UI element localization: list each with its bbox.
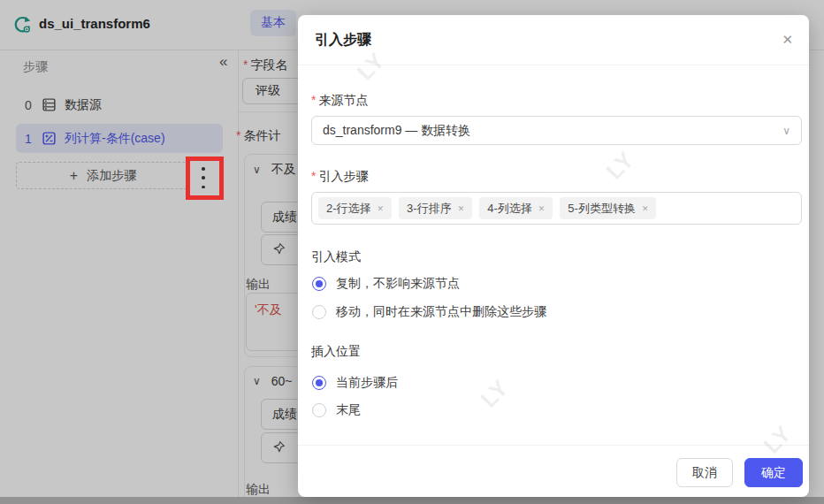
radio-label: 复制，不影响来源节点 xyxy=(336,276,460,292)
tag-remove-icon[interactable]: ✕ xyxy=(458,204,465,213)
divider xyxy=(298,445,809,446)
tag-item: 2-行选择 ✕ xyxy=(318,197,392,219)
tag-remove-icon[interactable]: ✕ xyxy=(378,204,385,213)
source-node-select[interactable]: ds_transform9 — 数据转换 ∨ xyxy=(311,116,802,145)
tag-item: 3-行排序 ✕ xyxy=(399,197,472,219)
cancel-button[interactable]: 取消 xyxy=(676,458,733,487)
required-mark: * xyxy=(311,93,316,107)
dialog-footer: 取消 确定 xyxy=(676,458,803,487)
radio-option-after-current[interactable]: 当前步骤后 xyxy=(312,374,398,392)
source-node-label: *来源节点 xyxy=(311,93,368,109)
radio-option-move[interactable]: 移动，同时在来源节点中删除这些步骤 xyxy=(312,303,546,321)
radio-selected-icon[interactable] xyxy=(312,277,326,291)
import-mode-label: 引入模式 xyxy=(311,249,361,265)
screen: ds_ui_transform6 基本 步骤 0 数据源 1 xyxy=(0,0,824,504)
divider xyxy=(298,65,809,65)
radio-label: 末尾 xyxy=(336,402,361,418)
radio-label: 当前步骤后 xyxy=(336,375,398,391)
tag-item: 5-列类型转换 ✕ xyxy=(560,197,656,219)
tag-item: 4-列选择 ✕ xyxy=(479,197,553,219)
confirm-button[interactable]: 确定 xyxy=(744,458,803,487)
import-steps-dialog: 引入步骤 ✕ *来源节点 ds_transform9 — 数据转换 ∨ *引入步… xyxy=(298,15,809,497)
radio-unselected-icon[interactable] xyxy=(312,305,326,319)
import-steps-label: *引入步骤 xyxy=(311,169,368,185)
radio-option-end[interactable]: 末尾 xyxy=(312,401,361,419)
tag-remove-icon[interactable]: ✕ xyxy=(642,204,649,213)
source-node-value: ds_transform9 — 数据转换 xyxy=(323,123,470,139)
dialog-title: 引入步骤 xyxy=(315,31,371,50)
insert-position-label: 插入位置 xyxy=(311,344,361,360)
red-annotation-box xyxy=(186,157,224,200)
radio-option-copy[interactable]: 复制，不影响来源节点 xyxy=(312,275,460,293)
radio-unselected-icon[interactable] xyxy=(312,403,326,417)
tag-remove-icon[interactable]: ✕ xyxy=(538,204,546,213)
required-mark: * xyxy=(311,169,316,183)
radio-label: 移动，同时在来源节点中删除这些步骤 xyxy=(336,304,546,320)
close-icon[interactable]: ✕ xyxy=(782,32,793,48)
radio-selected-icon[interactable] xyxy=(312,376,326,390)
chevron-down-icon: ∨ xyxy=(782,125,790,137)
import-steps-multiselect[interactable]: 2-行选择 ✕ 3-行排序 ✕ 4-列选择 ✕ 5-列类型转换 ✕ xyxy=(311,192,802,225)
